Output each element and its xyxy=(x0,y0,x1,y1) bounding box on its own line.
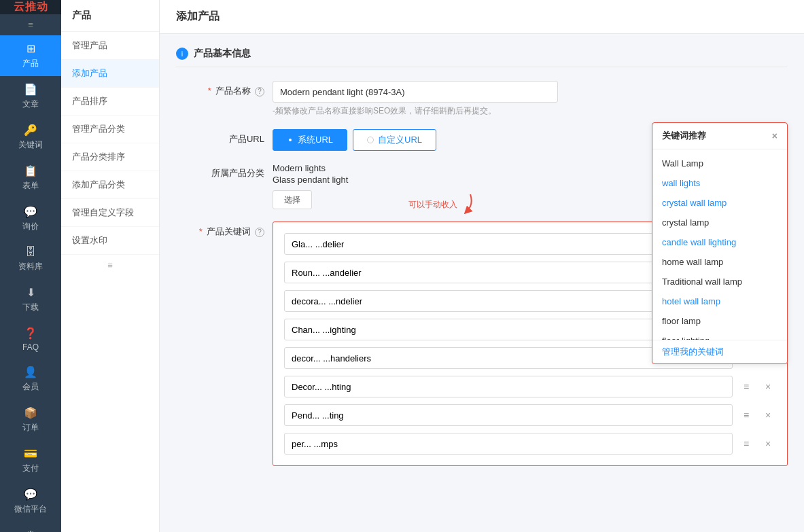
keyword-panel-footer: 管理我的关键词 xyxy=(652,340,787,363)
keyword-delete-btn-7[interactable]: × xyxy=(760,436,776,452)
product-name-input[interactable] xyxy=(273,81,558,103)
sidebar-item-faq-label: FAQ xyxy=(22,342,39,352)
sidebar-item-settings[interactable]: ⚙ 设置 xyxy=(0,522,61,532)
secondary-item-custom-fields[interactable]: 管理自定义字段 xyxy=(61,199,159,227)
member-icon: 👤 xyxy=(24,366,37,378)
download-icon: ⬇ xyxy=(27,286,35,299)
manage-keywords-link[interactable]: 管理我的关键词 xyxy=(662,347,724,357)
keyword-row-5: ≡ × xyxy=(284,376,776,397)
keyword-panel-item-5[interactable]: home wall lamp xyxy=(652,252,787,272)
keyword-delete-btn-6[interactable]: × xyxy=(760,407,776,423)
page-title: 添加产品 xyxy=(176,10,220,22)
sidebar-item-faq[interactable]: ❓ FAQ xyxy=(0,320,61,359)
keyword-input-7[interactable] xyxy=(284,433,733,455)
section-title-row: i 产品基本信息 xyxy=(176,48,788,67)
main-content: 添加产品 i 产品基本信息 * 产品名称 ? -频繁修改产品名称直接影响SEO效… xyxy=(160,0,804,532)
sidebar-collapse-btn[interactable]: ≡ xyxy=(0,14,61,35)
radio-selected-icon xyxy=(287,137,294,143)
keyword-input-6[interactable] xyxy=(284,404,733,426)
info-icon: i xyxy=(176,48,188,60)
keyword-reorder-btn-7[interactable]: ≡ xyxy=(738,436,754,452)
system-url-btn[interactable]: 系统URL xyxy=(273,129,347,151)
keyword-panel-item-9[interactable]: floor lighting xyxy=(652,331,787,340)
product-name-row: * 产品名称 ? -频繁修改产品名称直接影响SEO效果，请仔细斟酌后再提交。 xyxy=(176,81,788,117)
sidebar-item-download[interactable]: ⬇ 下载 xyxy=(0,279,61,320)
keyword-panel-item-2[interactable]: crystal wall lamp xyxy=(652,193,787,213)
keyword-panel-item-0[interactable]: Wall Lamp xyxy=(652,154,787,173)
product-url-label: 产品URL xyxy=(176,129,264,145)
keyword-panel-list: Wall Lamp wall lights crystal wall lamp … xyxy=(652,149,787,340)
svg-point-1 xyxy=(289,139,292,141)
keywords-help-icon[interactable]: ? xyxy=(255,228,264,237)
sidebar-item-wechat[interactable]: 💬 微信平台 xyxy=(0,481,61,522)
forms-icon: 📋 xyxy=(24,164,37,177)
inquiry-icon: 💬 xyxy=(24,205,37,218)
sidebar-item-products[interactable]: ⊞ 产品 xyxy=(0,35,61,76)
keyword-panel-item-8[interactable]: floor lamp xyxy=(652,311,787,331)
page-header: 添加产品 xyxy=(160,0,804,34)
keyword-reorder-btn-6[interactable]: ≡ xyxy=(738,407,754,423)
sidebar-item-member[interactable]: 👤 会员 xyxy=(0,359,61,400)
sidebar-item-database-label: 资料库 xyxy=(18,261,43,272)
sidebar-item-keywords[interactable]: 🔑 关键词 xyxy=(0,117,61,158)
product-category-label: 所属产品分类 xyxy=(176,163,264,179)
select-category-btn[interactable]: 选择 xyxy=(273,190,312,209)
secondary-sidebar: 产品 管理产品 添加产品 产品排序 管理产品分类 产品分类排序 添加产品分类 管… xyxy=(61,0,160,532)
radio-unselected-icon xyxy=(367,137,374,143)
keyword-input-5[interactable] xyxy=(284,376,733,397)
secondary-item-category-sort[interactable]: 产品分类排序 xyxy=(61,143,159,171)
sidebar-item-keywords-label: 关键词 xyxy=(18,139,43,151)
faq-icon: ❓ xyxy=(24,327,37,340)
keyword-delete-btn-5[interactable]: × xyxy=(760,378,776,395)
product-name-help-icon[interactable]: ? xyxy=(255,87,264,96)
sidebar-item-inquiry-label: 询价 xyxy=(22,221,39,232)
keyword-panel-item-1[interactable]: wall lights xyxy=(652,173,787,193)
arrow-down-icon xyxy=(460,194,480,215)
annotation-manual: 可以手动收入 xyxy=(408,194,480,215)
secondary-sidebar-title: 产品 xyxy=(61,0,159,32)
articles-icon: 📄 xyxy=(24,83,37,96)
keywords-icon: 🔑 xyxy=(24,124,37,137)
secondary-item-add[interactable]: 添加产品 xyxy=(61,60,159,88)
left-sidebar: 云推动 ≡ ⊞ 产品 📄 文章 🔑 关键词 📋 表单 💬 询价 🗄 资料库 ⬇ … xyxy=(0,0,61,532)
wechat-icon: 💬 xyxy=(24,488,37,501)
product-name-label: * 产品名称 ? xyxy=(176,81,264,97)
keyword-reorder-btn-5[interactable]: ≡ xyxy=(738,378,754,395)
custom-url-btn[interactable]: 自定义URL xyxy=(353,129,436,151)
keywords-label-outer: * 产品关键词 ? xyxy=(176,221,264,238)
sidebar-item-database[interactable]: 🗄 资料库 xyxy=(0,239,61,279)
secondary-sidebar-toggle[interactable]: ≡ xyxy=(61,255,159,275)
sidebar-item-wechat-label: 微信平台 xyxy=(14,503,47,515)
app-logo: 云推动 xyxy=(0,0,61,14)
sidebar-item-articles[interactable]: 📄 文章 xyxy=(0,76,61,117)
secondary-item-add-category[interactable]: 添加产品分类 xyxy=(61,171,159,199)
keyword-panel-header: 关键词推荐 × xyxy=(652,123,787,149)
secondary-item-manage-category[interactable]: 管理产品分类 xyxy=(61,116,159,143)
sidebar-item-forms[interactable]: 📋 表单 xyxy=(0,158,61,198)
sidebar-item-articles-label: 文章 xyxy=(22,99,39,110)
secondary-item-watermark[interactable]: 设置水印 xyxy=(61,227,159,255)
keyword-panel-item-7[interactable]: hotel wall lamp xyxy=(652,291,787,311)
keyword-panel-close-btn[interactable]: × xyxy=(772,130,777,141)
secondary-item-sort[interactable]: 产品排序 xyxy=(61,88,159,116)
payment-icon: 💳 xyxy=(24,447,37,460)
sidebar-item-products-label: 产品 xyxy=(22,58,39,69)
order-icon: 📦 xyxy=(24,406,37,419)
keyword-panel-item-3[interactable]: crystal lamp xyxy=(652,213,787,232)
keyword-panel-title: 关键词推荐 xyxy=(662,130,706,142)
sidebar-item-member-label: 会员 xyxy=(22,381,39,393)
keyword-panel-item-6[interactable]: Traditional wall lamp xyxy=(652,272,787,291)
keyword-panel-item-4[interactable]: candle wall lighting xyxy=(652,232,787,252)
sidebar-item-inquiry[interactable]: 💬 询价 xyxy=(0,198,61,239)
keyword-recommendation-panel: 关键词推荐 × Wall Lamp wall lights crystal wa… xyxy=(652,122,788,364)
product-name-content: -频繁修改产品名称直接影响SEO效果，请仔细斟酌后再提交。 xyxy=(273,81,788,117)
secondary-item-manage[interactable]: 管理产品 xyxy=(61,32,159,60)
sidebar-item-payment-label: 支付 xyxy=(22,463,39,474)
sidebar-item-payment[interactable]: 💳 支付 xyxy=(0,440,61,481)
sidebar-item-order[interactable]: 📦 订单 xyxy=(0,400,61,440)
products-icon: ⊞ xyxy=(27,42,35,55)
settings-icon: ⚙ xyxy=(26,529,35,532)
keyword-row-6: ≡ × xyxy=(284,404,776,426)
sidebar-item-download-label: 下载 xyxy=(22,302,39,313)
keyword-row-7: ≡ × xyxy=(284,433,776,455)
